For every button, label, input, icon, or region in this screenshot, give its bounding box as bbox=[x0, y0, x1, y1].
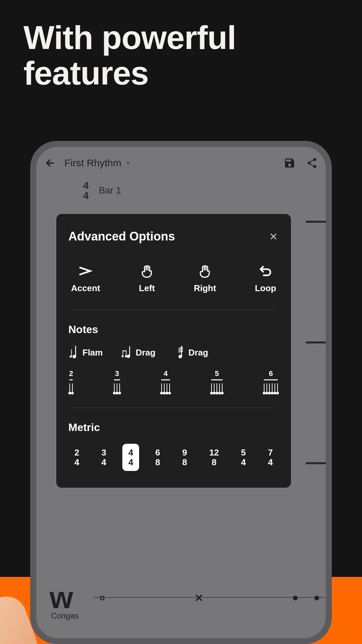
svg-point-1 bbox=[72, 355, 76, 359]
notes-section-title: Notes bbox=[68, 323, 279, 336]
right-hand-button[interactable]: Right bbox=[194, 264, 216, 293]
metric-2-4-button[interactable]: 24 bbox=[68, 444, 85, 471]
tuplet-6-button[interactable]: 6 bbox=[263, 369, 279, 393]
tuplet-5-button[interactable]: 5 bbox=[210, 369, 224, 393]
advanced-options-modal: Advanced Options Accent Left bbox=[56, 214, 291, 488]
flam-icon bbox=[68, 346, 78, 359]
svg-point-3 bbox=[70, 356, 72, 358]
drag-icon bbox=[122, 346, 132, 359]
svg-rect-2 bbox=[71, 350, 72, 357]
metric-12-8-button[interactable]: 128 bbox=[203, 444, 225, 471]
tuplet-3-button[interactable]: 3 bbox=[113, 369, 121, 393]
accent-icon bbox=[78, 264, 93, 278]
svg-point-5 bbox=[127, 355, 130, 358]
flam-button[interactable]: Flam bbox=[68, 346, 103, 359]
divider bbox=[72, 310, 275, 310]
accent-button[interactable]: Accent bbox=[71, 264, 100, 293]
svg-point-12 bbox=[178, 355, 182, 359]
phone-screen: First Rhythm 4 4 Bar 1 ✕ bbox=[36, 147, 326, 638]
loop-icon bbox=[258, 264, 273, 278]
tuplet-4-button[interactable]: 4 bbox=[160, 369, 171, 393]
action-row: Accent Left Right bbox=[68, 264, 279, 293]
drag-button[interactable]: Drag bbox=[122, 346, 156, 359]
metric-9-8-button[interactable]: 98 bbox=[176, 444, 193, 471]
left-hand-button[interactable]: Left bbox=[139, 264, 155, 293]
tuplet-row: 23456 bbox=[68, 369, 279, 393]
metric-4-4-button[interactable]: 44 bbox=[122, 444, 139, 471]
hand-right-icon bbox=[197, 264, 212, 278]
promo-headline: With powerful features bbox=[0, 0, 362, 91]
metric-row: 24344468981285474 bbox=[68, 444, 279, 471]
metric-7-4-button[interactable]: 74 bbox=[262, 444, 279, 471]
metric-section-title: Metric bbox=[68, 421, 279, 434]
hand-left-icon bbox=[139, 264, 154, 278]
notes-row: Flam Drag Drag bbox=[68, 346, 279, 359]
loop-button[interactable]: Loop bbox=[255, 264, 276, 293]
drag-roll-icon bbox=[174, 346, 184, 359]
metric-3-4-button[interactable]: 34 bbox=[95, 444, 112, 471]
metric-6-8-button[interactable]: 68 bbox=[149, 444, 166, 471]
modal-title: Advanced Options bbox=[68, 229, 175, 244]
svg-point-9 bbox=[122, 355, 124, 357]
svg-rect-4 bbox=[129, 346, 130, 356]
tuplet-2-button[interactable]: 2 bbox=[68, 369, 74, 393]
phone-frame: First Rhythm 4 4 Bar 1 ✕ bbox=[30, 141, 332, 644]
svg-point-10 bbox=[125, 355, 127, 357]
svg-rect-0 bbox=[75, 346, 76, 357]
close-icon[interactable] bbox=[268, 231, 279, 242]
drag-roll-button[interactable]: Drag bbox=[174, 346, 208, 359]
metric-5-4-button[interactable]: 54 bbox=[235, 444, 252, 471]
divider bbox=[72, 408, 275, 408]
